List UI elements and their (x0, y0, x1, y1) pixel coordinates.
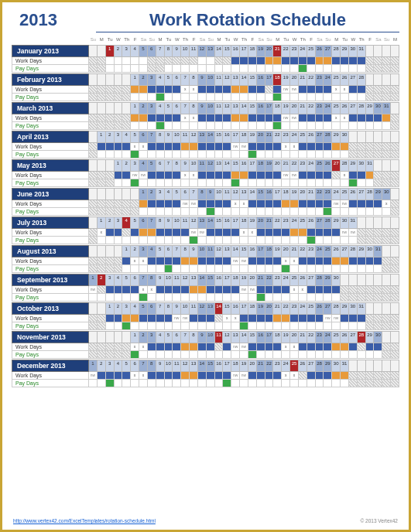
date-cell: 8 (156, 131, 165, 143)
date-cell: 18 (282, 188, 290, 200)
pay-cell (382, 179, 391, 187)
pay-cell (391, 94, 399, 101)
pay-cell (374, 151, 382, 159)
pay-cell (324, 294, 332, 302)
date-cell: 8 (173, 159, 181, 172)
pay-cell (290, 179, 299, 187)
pay-days-row (89, 351, 399, 359)
work-cell (307, 172, 316, 179)
pay-cell (324, 208, 332, 216)
date-cell: 12 (190, 131, 198, 143)
pay-cell (122, 294, 131, 302)
dow-cell: Th (181, 37, 190, 42)
day-of-week-header: SuMTuWThFSaSuMTuWThFSaSuMTuWThFSaSuMTuWT… (12, 37, 399, 42)
work-cell (122, 315, 131, 322)
dow-cell: Sa (139, 37, 148, 42)
work-cell (165, 57, 173, 65)
pay-cell (156, 151, 165, 159)
pay-cell (115, 94, 123, 101)
work-cell (374, 200, 382, 208)
work-cell (374, 57, 382, 65)
work-cell (89, 114, 98, 122)
pay-cell (148, 237, 156, 244)
dow-cell: M (98, 37, 106, 42)
pay-cell (332, 380, 341, 387)
work-cell (215, 286, 224, 294)
date-cell: 31 (358, 45, 366, 57)
pay-cell (207, 322, 215, 330)
work-cell (332, 172, 341, 179)
work-cell (165, 315, 173, 322)
date-cell: 1 (98, 217, 106, 229)
date-cell: 28 (332, 45, 341, 57)
work-cell (131, 257, 139, 265)
date-cell: 1 (139, 188, 148, 200)
work-cell (265, 257, 274, 265)
pay-cell (265, 179, 274, 187)
pay-cell (316, 380, 324, 387)
date-cell: . (358, 274, 366, 286)
date-cell: . (89, 45, 98, 57)
pay-cell (98, 322, 106, 330)
page: 2013 Work Rotation Schedule SuMTuWThFSaS… (0, 0, 411, 532)
work-cell (374, 172, 382, 179)
work-cell (248, 372, 257, 380)
date-cell: . (89, 245, 98, 257)
pay-cell (282, 351, 290, 359)
pay-cell (131, 351, 139, 359)
pay-cell (156, 322, 165, 330)
dow-cell: Sa (374, 37, 382, 42)
work-cell (324, 315, 332, 322)
date-cell: . (98, 45, 106, 57)
date-cell: 24 (282, 360, 290, 372)
pay-cell (382, 351, 391, 359)
work-cell (115, 86, 123, 94)
date-cell: . (374, 45, 382, 57)
date-cell: 9 (173, 302, 181, 315)
work-cell (181, 114, 190, 122)
pay-cell (156, 265, 165, 273)
work-cell (366, 343, 375, 351)
work-cell (115, 143, 123, 151)
work-cell (324, 172, 332, 179)
date-cell: 21 (273, 45, 282, 57)
date-cell: 19 (273, 245, 282, 257)
work-days-row (89, 315, 399, 322)
pay-cell (358, 179, 366, 187)
work-cell (122, 114, 131, 122)
pay-cell (316, 294, 324, 302)
work-cell (165, 343, 173, 351)
pay-cell (106, 294, 115, 302)
work-cell (349, 286, 358, 294)
pay-cell (307, 208, 316, 216)
date-cell: 12 (198, 45, 207, 57)
work-cell (156, 172, 165, 179)
work-cell (156, 200, 165, 208)
work-cell (156, 372, 165, 380)
work-cell (307, 86, 316, 94)
source-url-link[interactable]: http://www.vertex42.com/ExcelTemplates/r… (13, 518, 156, 523)
date-cell: 25 (290, 360, 299, 372)
work-cell (198, 172, 207, 179)
work-cell (173, 114, 181, 122)
pay-cell (198, 265, 207, 273)
pay-cell (156, 94, 165, 101)
pay-cell (332, 179, 341, 187)
date-cell: 21 (307, 188, 316, 200)
pay-cell (299, 294, 307, 302)
pay-cell (307, 65, 316, 73)
date-cell: 27 (316, 217, 324, 229)
pay-cell (358, 94, 366, 101)
date-cell: 4 (165, 188, 173, 200)
work-cell (341, 200, 349, 208)
pay-cell (366, 265, 375, 273)
work-cell (341, 86, 349, 94)
work-cell (181, 315, 190, 322)
month-block: October 2013..12345678910111213141516171… (12, 302, 399, 330)
pay-cell (98, 151, 106, 159)
date-cell: 2 (115, 45, 123, 57)
date-cell: 25 (307, 45, 316, 57)
work-cell (156, 343, 165, 351)
work-cell (240, 257, 248, 265)
work-cell (148, 172, 156, 179)
